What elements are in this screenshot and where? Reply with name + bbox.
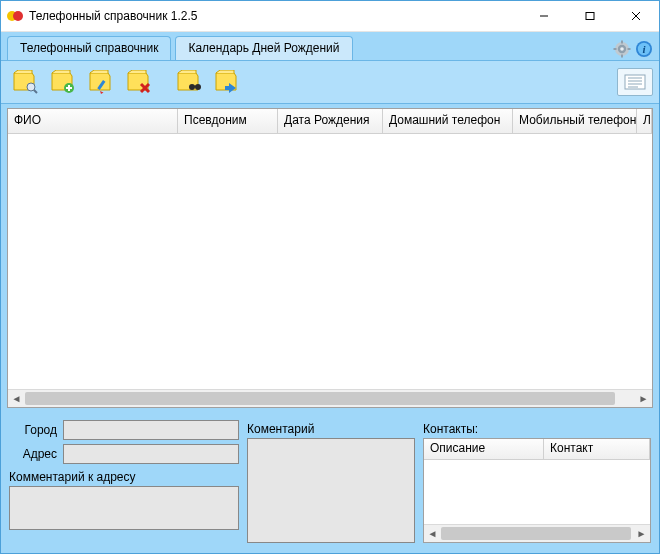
svg-point-16 [27, 83, 35, 91]
address-input[interactable] [63, 444, 239, 464]
tab-directory-label: Телефонный справочник [20, 41, 158, 55]
toolbar [1, 61, 659, 104]
svg-point-8 [620, 47, 624, 51]
contacts-col-contact[interactable]: Контакт [544, 439, 650, 459]
tab-directory[interactable]: Телефонный справочник [7, 36, 171, 60]
col-fio[interactable]: ФИО [8, 109, 178, 133]
svg-point-26 [195, 84, 201, 90]
goto-record-button[interactable] [209, 67, 243, 97]
app-icon [7, 8, 23, 24]
scroll-left-icon[interactable]: ◄ [8, 391, 25, 406]
note-delete-icon [124, 70, 152, 94]
col-dob[interactable]: Дата Рождения [278, 109, 383, 133]
note-search-icon [174, 70, 202, 94]
city-label: Город [9, 423, 63, 437]
scroll-thumb[interactable] [441, 527, 631, 540]
svg-rect-3 [586, 13, 594, 20]
contacts-grid-hscroll[interactable]: ◄ ► [424, 524, 650, 542]
svg-rect-10 [621, 55, 623, 58]
tab-birthdays-label: Календарь Дней Рождений [188, 41, 339, 55]
view-record-button[interactable] [7, 67, 41, 97]
contacts-label: Контакты: [423, 422, 651, 436]
svg-marker-22 [100, 91, 104, 94]
comment-input[interactable] [247, 438, 415, 543]
delete-record-button[interactable] [121, 67, 155, 97]
note-add-icon [48, 70, 76, 94]
settings-button[interactable] [613, 40, 631, 58]
col-home-phone[interactable]: Домашний телефон [383, 109, 513, 133]
export-button[interactable] [617, 68, 653, 96]
search-button[interactable] [171, 67, 205, 97]
svg-point-25 [189, 84, 195, 90]
client-area: Телефонный справочник Календарь Дней Рож… [1, 32, 659, 553]
add-record-button[interactable] [45, 67, 79, 97]
tabstrip: Телефонный справочник Календарь Дней Рож… [1, 32, 659, 61]
tab-birthdays[interactable]: Календарь Дней Рождений [175, 36, 352, 60]
note-view-icon [10, 70, 38, 94]
records-grid-body [8, 134, 652, 389]
scroll-thumb[interactable] [25, 392, 615, 405]
details-panel: Город Адрес Комментарий к адресу Комента… [1, 414, 659, 553]
city-input[interactable] [63, 420, 239, 440]
records-grid[interactable]: ФИО Псевдоним Дата Рождения Домашний тел… [7, 108, 653, 408]
svg-rect-11 [614, 48, 617, 50]
contacts-col-description[interactable]: Описание [424, 439, 544, 459]
svg-rect-12 [628, 48, 631, 50]
records-grid-header: ФИО Псевдоним Дата Рождения Домашний тел… [8, 109, 652, 134]
address-label: Адрес [9, 447, 63, 461]
close-button[interactable] [613, 1, 659, 31]
svg-line-17 [34, 90, 37, 93]
address-comment-input[interactable] [9, 486, 239, 530]
scroll-right-icon[interactable]: ► [633, 526, 650, 541]
app-window: Телефонный справочник 1.2.5 Телефонный с… [0, 0, 660, 554]
address-comment-label: Комментарий к адресу [9, 470, 239, 484]
about-button[interactable]: i [635, 40, 653, 58]
maximize-button[interactable] [567, 1, 613, 31]
col-extra[interactable]: Л [637, 109, 652, 133]
svg-point-1 [13, 11, 23, 21]
scroll-left-icon[interactable]: ◄ [424, 526, 441, 541]
scroll-right-icon[interactable]: ► [635, 391, 652, 406]
window-title: Телефонный справочник 1.2.5 [29, 9, 521, 23]
col-nickname[interactable]: Псевдоним [178, 109, 278, 133]
note-goto-icon [212, 70, 240, 94]
comment-label: Коментарий [247, 422, 415, 436]
records-grid-hscroll[interactable]: ◄ ► [8, 389, 652, 407]
edit-record-button[interactable] [83, 67, 117, 97]
contacts-grid[interactable]: Описание Контакт ◄ ► [423, 438, 651, 543]
minimize-button[interactable] [521, 1, 567, 31]
svg-rect-9 [621, 41, 623, 44]
note-edit-icon [86, 70, 114, 94]
col-mobile-phone[interactable]: Мобильный телефон [513, 109, 637, 133]
export-icon [624, 74, 646, 90]
titlebar: Телефонный справочник 1.2.5 [1, 1, 659, 32]
contacts-grid-body [424, 460, 650, 524]
